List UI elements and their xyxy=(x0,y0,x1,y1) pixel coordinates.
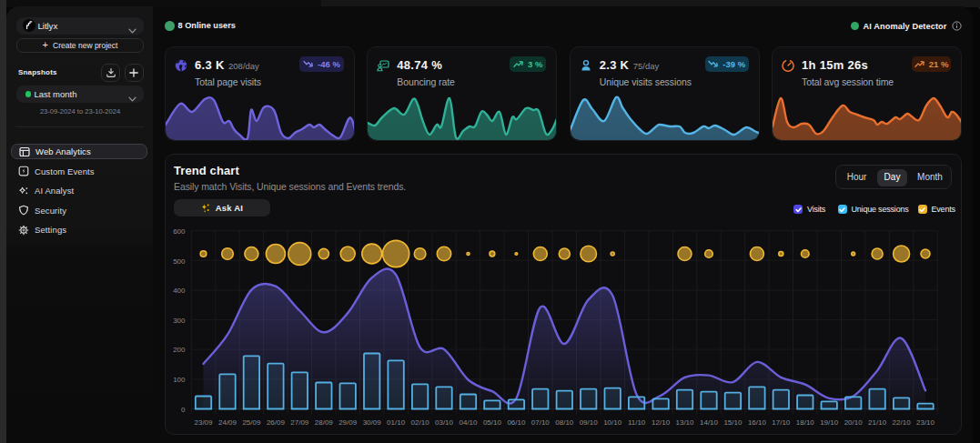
svg-text:15/10: 15/10 xyxy=(723,418,743,427)
svg-text:20/10: 20/10 xyxy=(844,418,864,427)
svg-text:13/10: 13/10 xyxy=(675,418,694,427)
svg-text:10/10: 10/10 xyxy=(603,418,622,427)
svg-text:11/10: 11/10 xyxy=(628,418,646,427)
svg-text:29/09: 29/09 xyxy=(338,418,358,427)
svg-text:12/10: 12/10 xyxy=(652,418,671,427)
svg-text:23/10: 23/10 xyxy=(916,418,935,427)
svg-text:14/10: 14/10 xyxy=(700,418,719,427)
svg-text:16/10: 16/10 xyxy=(748,418,767,427)
svg-text:03/10: 03/10 xyxy=(435,418,454,427)
svg-text:100: 100 xyxy=(173,376,186,384)
svg-text:24/09: 24/09 xyxy=(218,418,237,427)
svg-text:04/10: 04/10 xyxy=(459,418,478,427)
svg-text:27/09: 27/09 xyxy=(290,418,309,427)
svg-text:05/10: 05/10 xyxy=(483,418,502,427)
svg-text:18/10: 18/10 xyxy=(796,418,815,427)
svg-text:28/09: 28/09 xyxy=(315,418,334,427)
svg-text:300: 300 xyxy=(173,317,186,325)
svg-text:0: 0 xyxy=(181,406,186,414)
svg-text:400: 400 xyxy=(173,287,186,295)
svg-text:17/10: 17/10 xyxy=(772,418,791,427)
svg-text:06/10: 06/10 xyxy=(507,418,526,427)
svg-text:25/09: 25/09 xyxy=(242,418,261,427)
svg-text:200: 200 xyxy=(173,346,186,354)
svg-text:08/10: 08/10 xyxy=(555,418,574,427)
svg-text:01/10: 01/10 xyxy=(387,418,406,427)
svg-text:19/10: 19/10 xyxy=(820,418,839,427)
svg-text:26/09: 26/09 xyxy=(267,418,286,427)
svg-text:07/10: 07/10 xyxy=(531,418,551,427)
svg-text:21/10: 21/10 xyxy=(868,418,887,427)
svg-text:30/09: 30/09 xyxy=(363,418,382,427)
svg-text:23/09: 23/09 xyxy=(194,418,213,427)
svg-text:600: 600 xyxy=(173,227,186,236)
svg-text:02/10: 02/10 xyxy=(411,418,430,427)
svg-text:09/10: 09/10 xyxy=(580,418,599,427)
svg-text:500: 500 xyxy=(173,257,186,266)
svg-text:22/10: 22/10 xyxy=(893,418,912,427)
